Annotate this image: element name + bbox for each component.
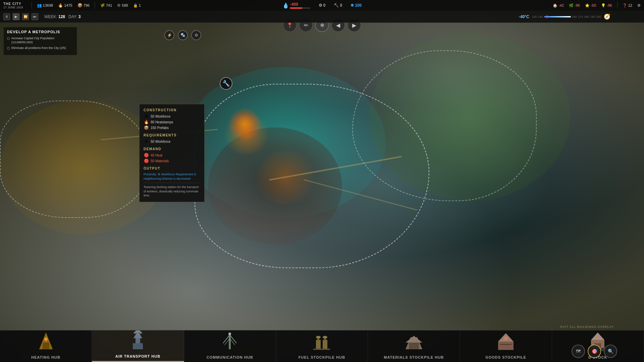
tab-communication-hub[interactable]: COMMUNICATION HUB (184, 330, 276, 362)
svg-marker-23 (406, 336, 422, 343)
pause-btn[interactable]: ⏸ (3, 13, 10, 20)
fuel-stockpile-svg (310, 330, 333, 352)
air-transport-label: AIR TRANSPORT HUB (115, 354, 160, 358)
settings-icon: ⚙ (637, 3, 641, 8)
svg-rect-22 (409, 343, 419, 349)
tab-goods-stockpile[interactable]: GOODS STOCKPILE (460, 330, 552, 362)
prefabs-icon: 📦 (77, 3, 83, 8)
timeline-bar: ⏸ ▶ ⏩ ⏭ WEEK: 128 DAY: 3 -40°C 130 140 1… (0, 11, 644, 23)
right-hud: 🏠 -42 🌿 -96 ⭐ -50 💡 -96 ❓ 12 ⚙ (553, 0, 641, 11)
stat-2: 🌿 -96 (569, 3, 580, 8)
pop-flow: ⚙ 0 (315, 0, 329, 11)
building-description: Towering docking station for the transpo… (144, 183, 200, 198)
heat-deficit: 💧 -400 (279, 0, 314, 11)
tab-fuel-stockpile-hub[interactable]: FUEL STOCKPILE HUB (276, 330, 368, 362)
stat-1-icon: 🏠 (553, 3, 557, 8)
storm-icon: ❄ (351, 3, 354, 8)
tab-materials-stockpile-hub[interactable]: MATERIALS STOCKPILE HUB (368, 330, 460, 362)
heating-hub-svg (34, 330, 58, 352)
communication-svg (218, 330, 241, 352)
materials-icon: ⚙ (117, 3, 121, 8)
workforce-icon-c: ⚙ (144, 114, 149, 119)
materials-stockpile-icon (402, 330, 426, 351)
tab-heating-hub[interactable]: HEATING HUB (0, 330, 92, 362)
materials-value: 588 (122, 3, 128, 7)
svg-point-2 (44, 338, 48, 341)
goods-stockpile-icon (494, 330, 518, 351)
requirements-stat-0: ⚙ 50 Workforce (144, 139, 200, 144)
construction-stat-1: 🔥 80 Heatstamps (144, 120, 200, 124)
heatstamps-icon-c: 🔥 (144, 120, 149, 124)
questions-stat: ❓ 12 (623, 3, 632, 8)
exit-overlay-label: EXIT ALL BUILDINGS OVERLAY (560, 325, 614, 328)
circle-icon-1[interactable]: ⚡ (164, 30, 174, 40)
construction-stat-2: 📦 150 Prefabs (144, 125, 200, 130)
building-card: CONSTRUCTION ⚙ 50 Workforce 🔥 80 Heatsta… (139, 104, 205, 202)
pop-flow-value: 0 (323, 3, 326, 8)
goods-stockpile-label: GOODS STOCKPILE (485, 355, 526, 359)
circle-icon-3[interactable]: ⚙ (191, 30, 201, 40)
wrench-map-icon[interactable]: 🔧 (220, 77, 232, 90)
construction-workforce: 50 Workforce (151, 115, 170, 118)
food-stat: 🌾 741 (100, 3, 112, 8)
population-value: 13698 (43, 3, 53, 7)
requirements-title: REQUIREMENTS (144, 133, 200, 137)
week-value: 128 (58, 14, 65, 19)
tab-air-transport-hub[interactable]: AIR TRANSPORT HUB (92, 330, 184, 362)
air-transport-svg (126, 330, 150, 352)
workforce-flow: 🔨 0 (330, 0, 345, 11)
air-transport-icon (126, 330, 150, 351)
stat-1: 🏠 -42 (553, 3, 564, 8)
construction-title: CONSTRUCTION (144, 108, 200, 112)
goods-stockpile-svg (494, 330, 518, 352)
svg-rect-8 (229, 335, 231, 349)
small-circles: ⚡ 🔩 ⚙ (164, 30, 201, 40)
construction-prefabs: 150 Prefabs (151, 126, 169, 130)
settings-btn[interactable]: ⚙ (637, 3, 641, 8)
prefabs-icon-c: 📦 (144, 125, 149, 130)
questions-value: 12 (628, 3, 632, 7)
fast-fwd-btn[interactable]: ⏩ (22, 13, 29, 20)
workforce-icon: 🔨 (334, 3, 339, 8)
stat-3-icon: ⭐ (585, 3, 590, 8)
temp-value: -40°C (519, 14, 529, 19)
materials-stockpile-svg (402, 330, 426, 352)
population-icon: 👥 (37, 3, 42, 8)
target-btn[interactable]: 🎯 (588, 345, 601, 358)
stat-2-value: -96 (575, 3, 580, 7)
compass-icon: 🧭 (604, 13, 610, 20)
objective-2-bullet (7, 47, 10, 50)
food-value: 741 (106, 3, 112, 7)
demand-materials: 50 Materials (151, 159, 169, 163)
storm-value: 100 (355, 3, 362, 8)
communication-label: COMMUNICATION HUB (207, 355, 253, 359)
circle-icon-2[interactable]: 🔩 (178, 30, 188, 40)
workforce-value: 0 (340, 3, 342, 8)
lock-icon: 🔒 (133, 3, 138, 8)
objectives-title: DEVELOP A METROPOLIS (7, 30, 73, 34)
materials-stockpile-label: MATERIALS STOCKPILE HUB (384, 355, 444, 359)
heatstamps-stat: 🔥 1475 (58, 3, 72, 8)
svg-rect-27 (500, 344, 512, 345)
construction-heatstamps: 80 Heatstamps (151, 120, 173, 124)
demand-stat-1: 🔴 50 Materials (144, 159, 200, 163)
zoom-btn[interactable]: 🔍 (604, 345, 617, 358)
objective-1-bullet (7, 37, 10, 40)
map-btn[interactable]: 🗺 (572, 345, 585, 358)
demand-heat: 40 Heat (151, 154, 162, 157)
pop-flow-icon: ⚙ (319, 3, 322, 8)
lock-value: 1 (139, 3, 141, 7)
food-icon: 🌾 (100, 3, 105, 8)
city-date: 17 JUNE 1918 (3, 6, 23, 9)
svg-point-18 (316, 336, 321, 339)
construction-stat-0: ⚙ 50 Workforce (144, 114, 200, 119)
output-title: OUTPUT (144, 167, 200, 170)
play-btn[interactable]: ▶ (13, 13, 19, 20)
demand-title: DEMAND (144, 147, 200, 151)
svg-marker-29 (591, 333, 604, 340)
heating-hub-icon (34, 330, 58, 351)
fastest-btn[interactable]: ⏭ (32, 13, 38, 20)
output-text: Proximity: ⚙ Workforce Requirement in ne… (144, 172, 200, 181)
stat-4-icon: 💡 (601, 3, 606, 8)
prefabs-stat: 📦 796 (77, 3, 90, 8)
